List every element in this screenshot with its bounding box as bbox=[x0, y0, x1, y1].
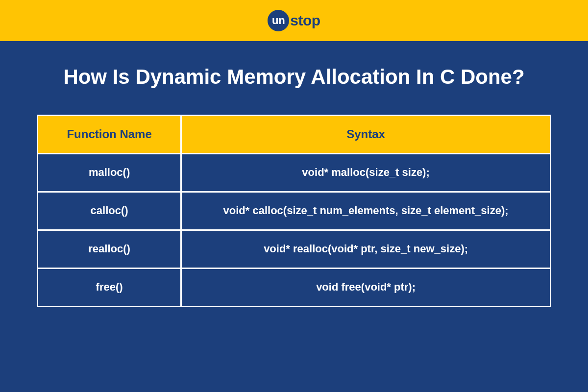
cell-syntax: void* calloc(size_t num_elements, size_t… bbox=[181, 192, 551, 230]
page-title: How Is Dynamic Memory Allocation In C Do… bbox=[63, 63, 524, 91]
header-function-name: Function Name bbox=[38, 115, 181, 153]
logo-text: stop bbox=[290, 12, 320, 29]
logo: un stop bbox=[268, 10, 320, 31]
table-row: free() void free(void* ptr); bbox=[38, 268, 551, 306]
logo-circle: un bbox=[268, 10, 289, 31]
functions-table: Function Name Syntax malloc() void* mall… bbox=[37, 115, 551, 307]
header-syntax: Syntax bbox=[181, 115, 551, 153]
cell-function-name: realloc() bbox=[38, 230, 181, 268]
cell-syntax: void free(void* ptr); bbox=[181, 268, 551, 306]
cell-syntax: void* malloc(size_t size); bbox=[181, 153, 551, 192]
logo-circle-text: un bbox=[272, 14, 285, 27]
cell-function-name: calloc() bbox=[38, 192, 181, 230]
table-row: calloc() void* calloc(size_t num_element… bbox=[38, 192, 551, 230]
table-header-row: Function Name Syntax bbox=[38, 115, 551, 153]
cell-function-name: malloc() bbox=[38, 153, 181, 192]
content-area: How Is Dynamic Memory Allocation In C Do… bbox=[0, 41, 588, 392]
table-row: realloc() void* realloc(void* ptr, size_… bbox=[38, 230, 551, 268]
cell-function-name: free() bbox=[38, 268, 181, 306]
table-row: malloc() void* malloc(size_t size); bbox=[38, 153, 551, 192]
cell-syntax: void* realloc(void* ptr, size_t new_size… bbox=[181, 230, 551, 268]
header-bar: un stop bbox=[0, 0, 588, 41]
